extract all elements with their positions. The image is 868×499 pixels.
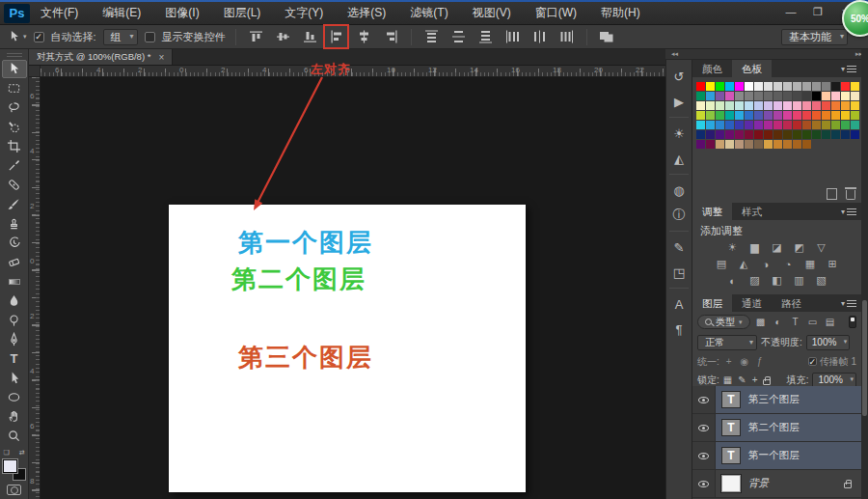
type-tool[interactable]: T (2, 349, 27, 368)
color-swatch[interactable] (754, 130, 763, 139)
layer-name[interactable]: 背景 (748, 477, 769, 490)
eye-cell[interactable] (692, 386, 716, 413)
align-horizontal-center-icon[interactable] (354, 28, 374, 46)
collapse-panels-icon[interactable]: ◂◂ (671, 50, 678, 58)
color-swatch[interactable] (802, 130, 811, 139)
color-swatch[interactable] (831, 121, 840, 129)
lock-position-icon[interactable]: + (752, 374, 758, 385)
distribute-bottom-icon[interactable] (475, 28, 496, 46)
color-swatch[interactable] (812, 121, 821, 129)
color-swatch[interactable] (745, 101, 753, 110)
background-thumbnail[interactable] (721, 475, 741, 492)
tab-close-icon[interactable] (158, 52, 164, 63)
tab-swatches[interactable]: 色板 (732, 60, 772, 77)
color-swatch[interactable] (725, 121, 734, 129)
color-swatch[interactable] (764, 92, 773, 100)
color-swatch[interactable] (851, 82, 859, 91)
align-top-icon[interactable] (246, 28, 266, 46)
workspace-switcher[interactable]: 基本功能 (781, 29, 848, 45)
actions-panel-icon[interactable]: ▶ (667, 89, 691, 114)
document-tab[interactable]: 对其方式 @ 100%(RGB/8) * (29, 49, 173, 65)
selective-color-icon[interactable]: ▧ (813, 273, 829, 288)
filter-type-layers-icon[interactable]: T (789, 316, 802, 329)
healing-brush-tool[interactable] (2, 176, 27, 194)
color-swatch[interactable] (754, 92, 763, 100)
color-swatch[interactable] (851, 130, 859, 139)
histogram-panel-icon[interactable]: ◭ (667, 146, 691, 171)
panel-menu-icon[interactable]: ▾ (841, 60, 861, 77)
blend-mode-dropdown[interactable]: 正常 (697, 335, 757, 350)
color-swatch[interactable] (725, 111, 734, 120)
color-swatch[interactable] (745, 92, 753, 100)
color-swatch[interactable] (706, 101, 715, 110)
color-swatch[interactable] (822, 92, 830, 100)
color-swatch[interactable] (706, 140, 715, 149)
color-swatch[interactable] (716, 130, 724, 139)
menu-item-3[interactable]: 图层(L) (224, 5, 261, 21)
color-swatch[interactable] (716, 92, 724, 100)
color-swatch[interactable] (764, 130, 773, 139)
color-swatch[interactable] (716, 101, 724, 110)
color-lookup-icon[interactable]: ⊞ (825, 257, 841, 271)
levels-icon[interactable]: ▆ (746, 240, 763, 255)
paragraph-panel-icon[interactable]: ¶ (667, 317, 691, 342)
color-swatch[interactable] (716, 121, 724, 129)
menu-item-0[interactable]: 文件(F) (41, 5, 78, 21)
distribute-horizontal-center-icon[interactable] (529, 28, 550, 46)
unify-position-icon[interactable]: + (723, 356, 735, 367)
color-swatch[interactable] (783, 130, 792, 139)
auto-select-dropdown[interactable]: 组 (103, 29, 138, 45)
color-swatch[interactable] (851, 92, 859, 100)
color-swatch[interactable] (725, 140, 734, 149)
path-select-tool[interactable] (2, 369, 27, 387)
color-swatch[interactable] (764, 121, 773, 129)
pen-tool[interactable] (2, 330, 27, 348)
color-swatch[interactable] (812, 130, 821, 139)
color-swatch[interactable] (696, 121, 705, 129)
color-swatch[interactable] (783, 101, 792, 110)
color-swatch[interactable] (696, 111, 705, 120)
align-vertical-center-icon[interactable] (273, 28, 293, 46)
swap-colors-icon[interactable]: ⇄ (19, 449, 25, 457)
layer-filter-type-dropdown[interactable]: 类型 (697, 315, 750, 329)
toolbox-grip[interactable] (7, 53, 22, 57)
color-swatch[interactable] (773, 92, 782, 100)
curves-icon[interactable]: ◪ (769, 240, 785, 255)
color-swatch[interactable] (725, 130, 734, 139)
hand-tool[interactable] (2, 407, 27, 426)
color-swatch[interactable] (822, 101, 830, 110)
color-swatch[interactable] (822, 111, 830, 120)
tab-layers[interactable]: 图层 (692, 294, 732, 312)
color-swatch[interactable] (745, 111, 753, 120)
color-swatch[interactable] (745, 130, 753, 139)
color-swatch[interactable] (764, 101, 773, 110)
filter-smart-objects-icon[interactable]: ▤ (824, 316, 837, 329)
zoom-tool[interactable] (2, 427, 27, 445)
color-swatch[interactable] (754, 140, 763, 149)
color-swatch[interactable] (706, 130, 715, 139)
color-swatch[interactable] (802, 140, 811, 149)
black-white-icon[interactable]: ◑ (758, 257, 774, 271)
align-bottom-icon[interactable] (300, 28, 320, 46)
propagate-checkbox[interactable] (808, 357, 817, 366)
color-swatch[interactable] (793, 121, 801, 129)
menu-item-8[interactable]: 窗口(W) (535, 5, 577, 21)
notes-panel-icon[interactable]: ◍ (667, 178, 691, 203)
color-swatch[interactable] (764, 111, 773, 120)
color-swatch[interactable] (783, 92, 792, 100)
color-swatch[interactable] (716, 140, 724, 149)
color-swatch[interactable] (793, 92, 801, 100)
color-swatch[interactable] (773, 111, 782, 120)
color-swatch[interactable] (745, 82, 753, 91)
color-swatch[interactable] (773, 121, 782, 129)
distribute-left-icon[interactable] (502, 28, 523, 46)
color-swatch[interactable] (812, 111, 821, 120)
distribute-vertical-center-icon[interactable] (448, 28, 469, 46)
show-transform-checkbox[interactable] (145, 32, 155, 42)
eraser-tool[interactable] (2, 253, 27, 271)
color-swatch[interactable] (754, 121, 763, 129)
vibrance-icon[interactable]: ▽ (813, 240, 829, 255)
layer-row[interactable]: T第二个图层 (692, 414, 861, 442)
vertical-ruler[interactable]: 64202468 (29, 77, 41, 499)
unify-style-icon[interactable]: ƒ (754, 356, 766, 367)
